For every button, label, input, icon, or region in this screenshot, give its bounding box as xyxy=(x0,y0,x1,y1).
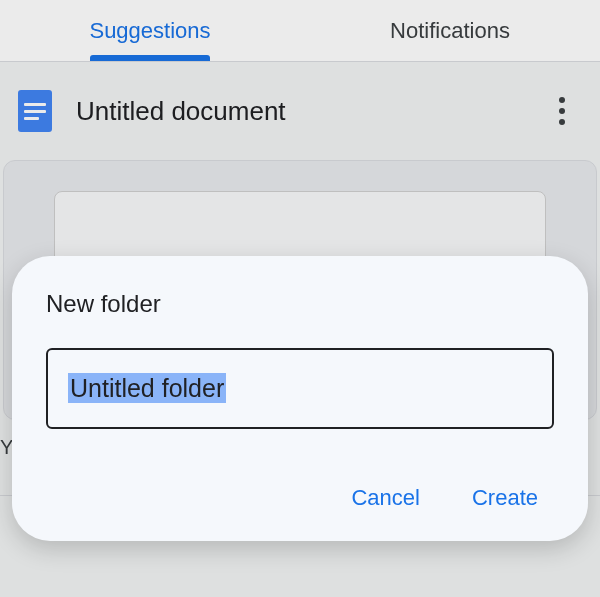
tab-label: Notifications xyxy=(390,18,510,44)
document-title: Untitled document xyxy=(76,96,518,127)
tab-label: Suggestions xyxy=(89,18,210,44)
more-vertical-icon xyxy=(559,97,565,125)
create-button[interactable]: Create xyxy=(468,479,542,517)
new-folder-dialog: New folder Untitled folder Cancel Create xyxy=(12,256,588,541)
input-value: Untitled folder xyxy=(68,373,226,403)
folder-name-input[interactable]: Untitled folder xyxy=(46,348,554,429)
cancel-button[interactable]: Cancel xyxy=(347,479,423,517)
tab-suggestions[interactable]: Suggestions xyxy=(0,0,300,61)
docs-icon xyxy=(18,90,52,132)
tab-notifications[interactable]: Notifications xyxy=(300,0,600,61)
active-tab-indicator xyxy=(90,55,210,61)
more-options-button[interactable] xyxy=(542,91,582,131)
tab-bar: Suggestions Notifications xyxy=(0,0,600,62)
document-row[interactable]: Untitled document xyxy=(0,62,600,160)
dialog-actions: Cancel Create xyxy=(46,479,554,517)
dialog-title: New folder xyxy=(46,290,554,318)
